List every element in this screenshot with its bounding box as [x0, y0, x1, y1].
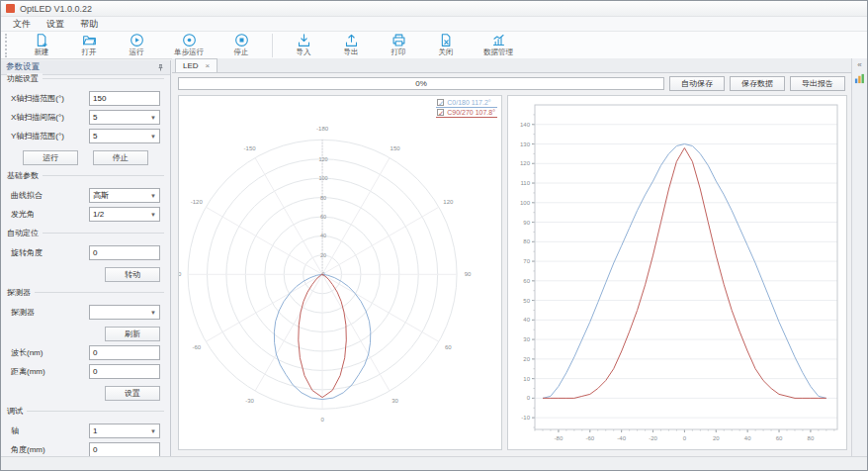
svg-text:-60: -60 — [585, 435, 594, 441]
svg-text:150: 150 — [391, 145, 401, 151]
svg-text:100: 100 — [520, 200, 531, 206]
svg-text:40: 40 — [523, 317, 530, 323]
axis-label: 轴 — [11, 425, 19, 436]
toolbar-step-run-button[interactable]: 单步运行 — [167, 33, 211, 56]
debug-angle-input[interactable]: 0 — [89, 442, 160, 456]
distance-input[interactable]: 0 — [89, 364, 160, 379]
menu-help[interactable]: 帮助 — [80, 18, 98, 31]
group-auto-position: 自动定位 旋转角度 0 转动 — [7, 233, 164, 289]
beam-angle-select[interactable]: 1/2▼ — [89, 207, 160, 222]
svg-text:-90: -90 — [179, 271, 182, 277]
legend: ✓ C0/180 117.2° ✓ C90/270 107.8° — [436, 99, 497, 118]
wavelength-input[interactable]: 0 — [89, 345, 160, 360]
legend-item-c90: ✓ C90/270 107.8° — [436, 109, 497, 118]
distance-label: 距离(mm) — [11, 366, 45, 377]
chevron-down-icon: ▼ — [150, 428, 156, 434]
app-window: OptLED V1.0.0.22 文件 设置 帮助 新建 打开 运行 单步运行 … — [0, 0, 868, 471]
titlebar: OptLED V1.0.0.22 — [1, 1, 867, 17]
polar-chart-panel: -180-150-120-90-60-300306090120150020406… — [178, 95, 502, 450]
run-button[interactable]: 运行 — [23, 150, 78, 165]
svg-text:70: 70 — [523, 258, 530, 264]
polar-chart: -180-150-120-90-60-300306090120150020406… — [179, 96, 501, 449]
detector-select[interactable]: ▼ — [89, 305, 160, 320]
group-debug: 调试 轴 1▼ 角度(mm) 0 运行 位置重置 重新连接 — [7, 411, 164, 456]
toolbar-open-button[interactable]: 打开 — [72, 33, 106, 56]
expand-panel-icon[interactable]: « — [857, 60, 861, 69]
tab-led[interactable]: LED × — [175, 58, 217, 72]
group-title: 自动定位 — [7, 228, 43, 238]
menu-file[interactable]: 文件 — [13, 18, 31, 31]
rotate-button[interactable]: 转动 — [105, 267, 160, 282]
x-scan-step-select[interactable]: 5▼ — [89, 110, 160, 125]
toolbar-export-button[interactable]: 导出 — [334, 33, 368, 56]
toolbar-grip[interactable] — [5, 34, 9, 57]
toolbar-import-button[interactable]: 导入 — [287, 33, 320, 56]
svg-text:20: 20 — [713, 435, 720, 441]
svg-text:-180: -180 — [316, 126, 329, 132]
svg-text:40: 40 — [744, 435, 751, 441]
svg-text:0: 0 — [320, 417, 324, 423]
x-scan-range-input[interactable]: 150 — [89, 91, 160, 106]
set-button[interactable]: 设置 — [105, 386, 160, 401]
group-title: 调试 — [7, 406, 27, 417]
legend-checkbox[interactable]: ✓ — [437, 109, 444, 116]
export-report-button[interactable]: 导出报告 — [790, 76, 845, 91]
tab-close-icon[interactable]: × — [206, 62, 211, 70]
legend-label: C0/180 117.2° — [447, 99, 490, 106]
toolbar-stop-button[interactable]: 停止 — [224, 33, 258, 56]
svg-text:130: 130 — [520, 141, 531, 147]
svg-text:40: 40 — [320, 233, 326, 238]
x-scan-step-label: X轴扫描间隔(°) — [11, 112, 64, 123]
svg-text:90: 90 — [465, 271, 472, 277]
svg-text:-40: -40 — [617, 435, 626, 441]
rotate-angle-label: 旋转角度 — [11, 247, 43, 258]
svg-text:20: 20 — [320, 252, 326, 258]
toolbar-print-button[interactable]: 打印 — [382, 33, 415, 56]
refresh-button[interactable]: 刷新 — [105, 327, 160, 341]
toolbar-run-button[interactable]: 运行 — [120, 33, 153, 56]
toolbar-close-button[interactable]: 关闭 — [429, 33, 463, 56]
toolbar-new-button[interactable]: 新建 — [25, 33, 58, 56]
debug-angle-label: 角度(mm) — [11, 444, 45, 455]
autosave-button[interactable]: 自动保存 — [669, 76, 725, 91]
svg-text:-120: -120 — [191, 199, 204, 205]
run-icon — [130, 33, 144, 47]
svg-text:-30: -30 — [245, 398, 254, 404]
group-title: 功能设置 — [7, 73, 43, 84]
svg-text:30: 30 — [523, 336, 530, 342]
axis-select[interactable]: 1▼ — [89, 424, 160, 438]
group-title: 探测器 — [7, 287, 35, 298]
chevron-down-icon: ▼ — [150, 310, 156, 316]
progress-bar: 0% — [178, 77, 664, 90]
group-title: 基础参数 — [7, 170, 43, 181]
menu-settings[interactable]: 设置 — [46, 18, 64, 31]
legend-checkbox[interactable]: ✓ — [437, 99, 444, 106]
toolbar-label: 单步运行 — [174, 47, 204, 56]
data-panel-icon[interactable] — [854, 73, 865, 84]
svg-text:80: 80 — [808, 435, 815, 441]
right-collapsed-panel: « — [851, 58, 867, 456]
rotate-angle-input[interactable]: 0 — [89, 245, 160, 260]
menubar: 文件 设置 帮助 — [1, 17, 867, 32]
y-scan-range-select[interactable]: 5▼ — [89, 129, 160, 143]
svg-text:80: 80 — [523, 238, 530, 244]
toolbar-data-manage-button[interactable]: 数据管理 — [477, 33, 520, 56]
y-scan-range-label: Y轴扫描范围(°) — [11, 131, 64, 141]
svg-text:60: 60 — [776, 435, 783, 441]
svg-text:60: 60 — [523, 278, 530, 284]
pin-icon[interactable] — [156, 63, 165, 72]
print-icon — [391, 33, 406, 47]
curve-fit-select[interactable]: 高斯▼ — [89, 188, 160, 203]
svg-text:60: 60 — [320, 214, 326, 220]
stop-button[interactable]: 停止 — [93, 150, 148, 165]
svg-text:120: 120 — [443, 199, 454, 205]
save-data-button[interactable]: 保存数据 — [730, 76, 785, 91]
svg-text:-10: -10 — [521, 415, 530, 421]
export-icon — [344, 33, 359, 47]
x-scan-range-label: X轴扫描范围(°) — [11, 93, 64, 104]
toolbar-label: 导出 — [344, 47, 359, 56]
parameter-sidebar: 参数设置 功能设置 X轴扫描范围(°) 150 X轴扫描间隔(°) 5▼ Y轴扫… — [1, 60, 171, 456]
chevron-down-icon: ▼ — [150, 212, 156, 218]
data-manage-icon — [491, 33, 506, 47]
tab-label: LED — [183, 61, 199, 70]
